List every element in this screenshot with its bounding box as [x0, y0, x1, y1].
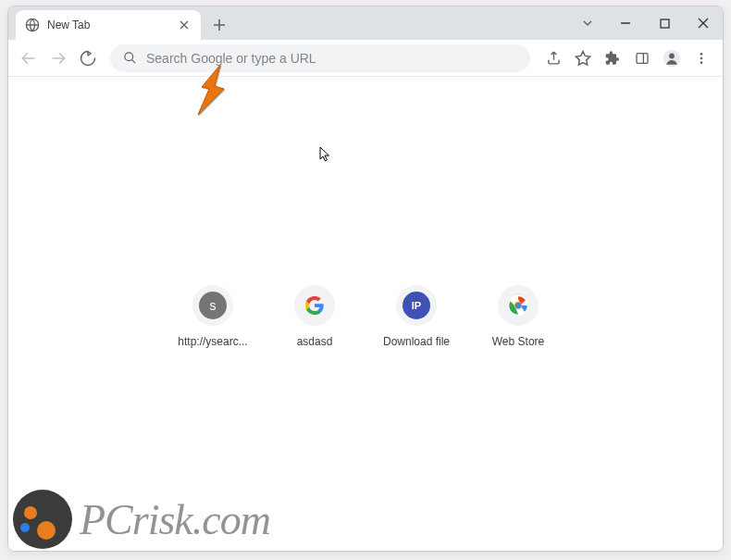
- bookmark-icon[interactable]: [569, 44, 597, 72]
- shortcut-label: asdasd: [297, 335, 333, 348]
- shortcut-favicon: s: [192, 285, 233, 326]
- search-icon: [123, 51, 137, 65]
- chevron-down-icon[interactable]: [573, 6, 602, 40]
- svg-point-10: [515, 303, 522, 309]
- back-button[interactable]: [16, 45, 42, 71]
- shortcuts-grid: s http://ysearc... asdasd IP Download fi…: [172, 285, 559, 348]
- shortcut-tile[interactable]: Web Store: [477, 285, 559, 348]
- shortcut-label: Web Store: [492, 335, 544, 348]
- svg-rect-3: [637, 53, 648, 63]
- extensions-icon[interactable]: [599, 44, 626, 72]
- toolbar: Search Google or type a URL: [8, 40, 723, 77]
- minimize-button[interactable]: [606, 6, 645, 40]
- shortcut-favicon: [498, 285, 539, 326]
- svg-point-8: [700, 61, 703, 64]
- svg-point-5: [669, 53, 675, 58]
- watermark: PCrisk.com: [13, 490, 270, 549]
- close-icon[interactable]: [177, 18, 192, 32]
- share-icon[interactable]: [539, 44, 567, 72]
- sidepanel-icon[interactable]: [628, 44, 656, 72]
- svg-rect-1: [661, 19, 669, 28]
- reload-button[interactable]: [75, 45, 101, 71]
- svg-point-6: [700, 53, 703, 56]
- shortcut-label: http://ysearc...: [178, 335, 247, 348]
- globe-icon: [25, 18, 40, 32]
- omnibox[interactable]: Search Google or type a URL: [110, 44, 530, 72]
- menu-icon[interactable]: [688, 44, 715, 72]
- shortcut-tile[interactable]: IP Download file: [376, 285, 457, 348]
- watermark-text: PCrisk.com: [80, 495, 270, 544]
- shortcut-favicon: [294, 285, 335, 326]
- profile-icon[interactable]: [658, 44, 686, 72]
- shortcut-tile[interactable]: s http://ysearc...: [172, 285, 254, 348]
- new-tab-button[interactable]: [206, 12, 232, 38]
- arrow-annotation-icon: [185, 61, 241, 126]
- shortcut-label: Download file: [383, 335, 450, 348]
- svg-point-2: [125, 53, 133, 61]
- browser-tab[interactable]: New Tab: [16, 10, 201, 40]
- cursor-icon: [319, 146, 334, 161]
- tab-title: New Tab: [47, 19, 169, 31]
- close-window-button[interactable]: [684, 6, 723, 40]
- window-controls: [573, 6, 723, 40]
- shortcut-favicon: IP: [396, 285, 437, 326]
- shortcut-tile[interactable]: asdasd: [274, 285, 355, 348]
- forward-button[interactable]: [45, 45, 71, 71]
- maximize-button[interactable]: [645, 6, 684, 40]
- new-tab-page: s http://ysearc... asdasd IP Download fi…: [8, 77, 723, 551]
- browser-window: New Tab: [7, 6, 724, 552]
- svg-point-7: [700, 56, 703, 59]
- watermark-logo-icon: [13, 490, 72, 549]
- titlebar: New Tab: [8, 6, 723, 40]
